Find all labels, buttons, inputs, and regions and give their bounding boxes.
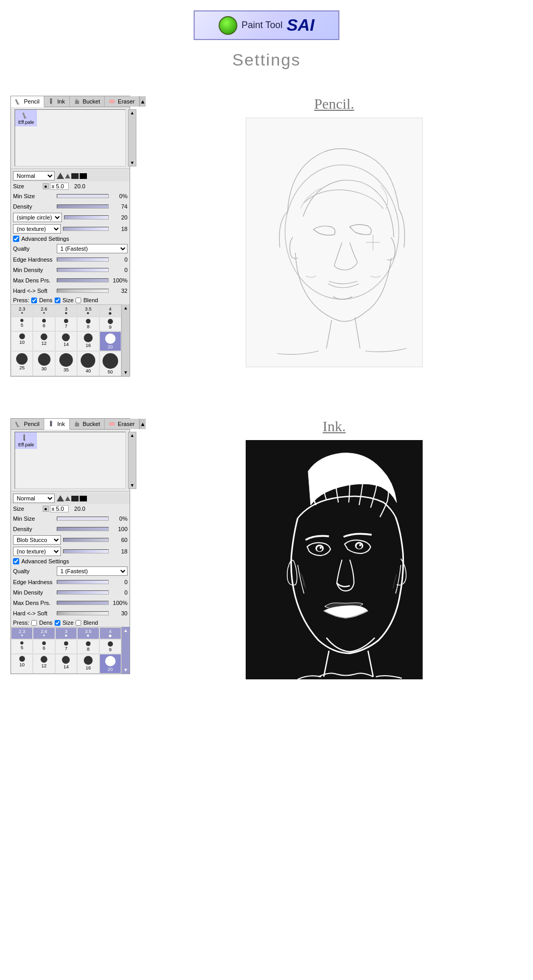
- ink-brush-scroll-down[interactable]: ▼: [130, 482, 135, 488]
- brush-size-scroll-up[interactable]: ▲: [122, 304, 129, 312]
- adv-settings-checkbox[interactable]: [13, 236, 19, 242]
- texture-dropdown[interactable]: (no texture): [13, 224, 61, 234]
- bsg-cell-5[interactable]: 5: [11, 317, 33, 331]
- ink-bsg-cell-6[interactable]: 6: [33, 639, 55, 654]
- bsg-cell-25[interactable]: 25: [11, 351, 33, 376]
- ink-size-lock-btn[interactable]: ■: [43, 506, 49, 512]
- ink-bsg-cell-10[interactable]: 10: [11, 654, 33, 674]
- ink-bsg-cell-16[interactable]: 16: [77, 654, 99, 674]
- ink-texture-slider[interactable]: [63, 549, 109, 553]
- ink-brush-size-grid: 2.3 2.6 3 3.5 4 5 6 7 8 9: [11, 627, 121, 674]
- ink-tab-eraser[interactable]: Eraser: [105, 419, 139, 429]
- bsg-cell-50[interactable]: 50: [99, 351, 121, 376]
- bsg-cell-6[interactable]: 6: [33, 317, 55, 331]
- min-size-row: Min Size 0%: [11, 191, 130, 201]
- texture-slider[interactable]: [63, 227, 109, 231]
- tab-eraser[interactable]: Eraser: [105, 96, 139, 107]
- ink-adv-settings-checkbox[interactable]: [13, 558, 19, 564]
- ink-max-dens-prs-label: Max Dens Prs.: [13, 600, 55, 606]
- svg-rect-11: [15, 421, 19, 427]
- ink-quality-dropdown[interactable]: 1 (Fastest): [57, 566, 128, 576]
- ink-ink-tab-icon: [48, 420, 56, 428]
- ink-brush-size-scroll-down[interactable]: ▼: [122, 666, 129, 674]
- ink-shape-slider[interactable]: [63, 538, 109, 542]
- bsg-cell-7[interactable]: 7: [55, 317, 77, 331]
- bsg-cell-10[interactable]: 10: [11, 331, 33, 351]
- ink-texture-dropdown[interactable]: (no texture): [13, 547, 61, 556]
- ink-tab-bucket[interactable]: Bucket: [70, 419, 105, 429]
- ink-density-row: Density 100: [11, 524, 130, 534]
- quality-row: Qualty 1 (Fastest): [11, 243, 130, 254]
- mode-select[interactable]: Normal: [13, 171, 55, 180]
- logo-sai-text: SAI: [287, 16, 314, 35]
- ink-bsg-header-3: 3: [55, 627, 77, 639]
- press-blend-checkbox[interactable]: [75, 298, 81, 303]
- bsg-cell-14[interactable]: 14: [55, 331, 77, 351]
- svg-rect-5: [109, 100, 115, 103]
- hard-soft-slider[interactable]: [57, 289, 109, 293]
- ink-tab-pencil[interactable]: Pencil: [11, 419, 44, 429]
- size-multiplier-input[interactable]: [50, 183, 69, 190]
- ink-hard-soft-slider[interactable]: [57, 611, 109, 615]
- ink-press-blend-checkbox[interactable]: [75, 620, 81, 626]
- bsg-cell-40[interactable]: 40: [77, 351, 99, 376]
- shape-dropdown[interactable]: (simple circle): [13, 213, 62, 222]
- ink-bsg-cell-14[interactable]: 14: [55, 654, 77, 674]
- brush-scroll-down[interactable]: ▼: [130, 160, 135, 166]
- hard-soft-label: Hard <-> Soft: [13, 288, 55, 294]
- ink-brush-preset-effpale[interactable]: Eff.pale: [15, 432, 37, 449]
- ink-brush-scroll-up[interactable]: ▲: [130, 432, 135, 439]
- max-dens-prs-row: Max Dens Prs. 100%: [11, 275, 130, 286]
- ink-density-slider[interactable]: [57, 527, 109, 531]
- max-dens-prs-slider[interactable]: [57, 278, 109, 282]
- brush-list: Eff.pale: [15, 109, 126, 166]
- min-size-slider[interactable]: [57, 194, 109, 198]
- bsg-cell-8[interactable]: 8: [77, 317, 99, 331]
- bsg-cell-30[interactable]: 30: [33, 351, 55, 376]
- quality-dropdown[interactable]: 1 (Fastest): [57, 244, 128, 253]
- min-density-slider[interactable]: [57, 268, 109, 272]
- bsg-cell-35[interactable]: 35: [55, 351, 77, 376]
- ink-bsg-cell-20-selected[interactable]: 20: [99, 654, 121, 674]
- size-lock-btn[interactable]: ■: [43, 183, 49, 189]
- brush-preset-effpale[interactable]: Eff.pale: [15, 110, 37, 126]
- ink-edge-hardness-slider[interactable]: [57, 580, 109, 584]
- brush-size-grid-container: 2.3 2.6 3 3.5 4 5 6 7 8 9: [11, 304, 130, 376]
- ink-bsg-cell-9[interactable]: 9: [99, 639, 121, 654]
- ink-bsg-cell-7[interactable]: 7: [55, 639, 77, 654]
- ink-mode-select[interactable]: Normal: [13, 494, 55, 503]
- ink-min-size-slider[interactable]: [57, 517, 109, 521]
- ink-size-multiplier-input[interactable]: [50, 505, 69, 512]
- bsg-cell-16[interactable]: 16: [77, 331, 99, 351]
- ink-press-dens-checkbox[interactable]: [31, 620, 37, 626]
- ink-max-dens-prs-slider[interactable]: [57, 601, 109, 605]
- shape-slider[interactable]: [64, 215, 109, 220]
- tab-ink[interactable]: Ink: [44, 96, 70, 107]
- ink-brush-size-scroll-up[interactable]: ▲: [122, 627, 129, 634]
- bsg-cell-12[interactable]: 12: [33, 331, 55, 351]
- hard-soft-row: Hard <-> Soft 32: [11, 286, 130, 296]
- pencil-panel: Pencil Ink Bucket Eraser ▲: [10, 96, 135, 377]
- ink-min-density-slider[interactable]: [57, 590, 109, 595]
- edge-hardness-slider[interactable]: [57, 257, 109, 262]
- ink-bsg-cell-8[interactable]: 8: [77, 639, 99, 654]
- press-dens-checkbox[interactable]: [31, 298, 37, 303]
- ink-bsg-cell-12[interactable]: 12: [33, 654, 55, 674]
- edge-hardness-value: 0: [111, 256, 128, 263]
- bsg-cell-9[interactable]: 9: [99, 317, 121, 331]
- pencil-section: Pencil Ink Bucket Eraser ▲: [0, 96, 533, 377]
- density-slider[interactable]: [57, 204, 109, 209]
- ink-press-size-checkbox[interactable]: [55, 620, 60, 626]
- tab-bucket[interactable]: Bucket: [70, 96, 105, 107]
- press-size-checkbox[interactable]: [55, 298, 60, 303]
- brush-size-scroll-down[interactable]: ▼: [122, 369, 129, 376]
- min-density-row: Min Density 0: [11, 265, 130, 275]
- bsg-cell-20-selected[interactable]: 20: [99, 331, 121, 351]
- ink-shape-dropdown[interactable]: Blob Stucco: [13, 535, 61, 545]
- tab-pencil[interactable]: Pencil: [11, 96, 44, 107]
- ink-tab-ink[interactable]: Ink: [44, 419, 70, 430]
- ink-quality-row: Qualty 1 (Fastest): [11, 565, 130, 577]
- ink-bsg-cell-5[interactable]: 5: [11, 639, 33, 654]
- ink-min-size-label: Min Size: [13, 515, 55, 522]
- brush-scroll-up[interactable]: ▲: [130, 110, 135, 116]
